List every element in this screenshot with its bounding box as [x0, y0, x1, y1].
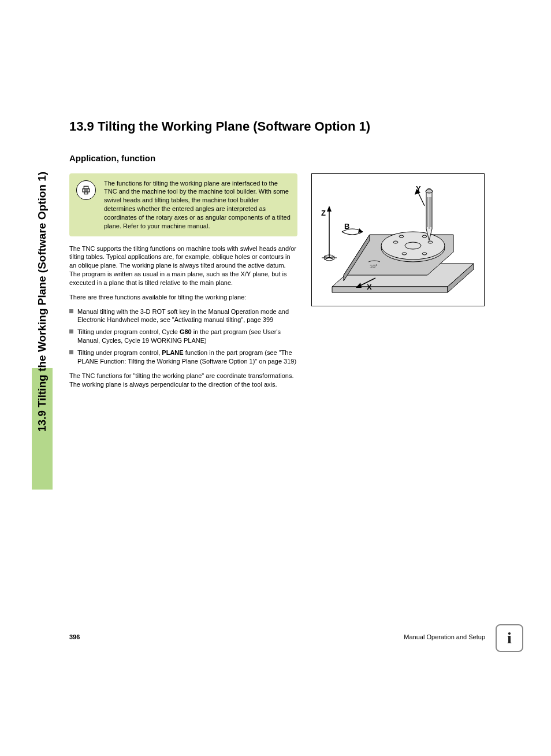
axis-y-label: Y	[416, 184, 421, 193]
paragraph: There are three functions available for …	[69, 293, 297, 302]
axis-b-label: B	[344, 222, 349, 231]
section-title: Application, function	[69, 153, 485, 163]
machine-note-callout: The functions for tilting the working pl…	[69, 173, 297, 236]
list-text: Tilting under program control, Cycle	[77, 328, 180, 335]
svg-point-10	[381, 232, 445, 260]
list-text: Tilting under program control,	[77, 349, 162, 356]
page-content: 13.9 Tilting the Working Plane (Software…	[69, 118, 485, 394]
right-column: Z Y B X 10°	[311, 173, 485, 306]
angle-label: 10°	[370, 264, 378, 269]
page-footer: 396 Manual Operation and Setup	[69, 633, 485, 640]
info-icon: i	[507, 629, 512, 647]
page-title: 13.9 Tilting the Working Plane (Software…	[95, 118, 485, 135]
page-number: 396	[69, 633, 80, 640]
paragraph: The TNC supports the tilting functions o…	[69, 244, 297, 287]
tilting-plane-figure: Z Y B X 10°	[311, 173, 485, 306]
svg-marker-24	[327, 206, 332, 212]
info-badge: i	[496, 624, 523, 652]
svg-marker-5	[332, 287, 448, 292]
machine-icon	[76, 180, 96, 200]
footer-section: Manual Operation and Setup	[404, 633, 485, 640]
list-item: Tilting under program control, PLANE fun…	[69, 349, 297, 366]
side-tab: 13.9 Tilting the Working Plane (Software…	[32, 114, 53, 490]
list-bold: G80	[180, 328, 192, 335]
bullet-list: Manual tilting with the 3-D ROT soft key…	[69, 307, 297, 366]
axis-z-label: Z	[321, 209, 326, 217]
svg-rect-0	[84, 186, 88, 189]
list-item: Tilting under program control, Cycle G80…	[69, 328, 297, 345]
svg-line-30	[418, 191, 425, 206]
left-column: The functions for tilting the working pl…	[69, 173, 297, 395]
list-bold: PLANE	[162, 349, 183, 356]
paragraph: The TNC functions for "tilting the worki…	[69, 372, 297, 389]
axis-x-label: X	[367, 283, 372, 291]
svg-rect-2	[84, 192, 88, 194]
list-item: Manual tilting with the 3-D ROT soft key…	[69, 307, 297, 325]
callout-text: The functions for tilting the working pl…	[104, 179, 291, 231]
